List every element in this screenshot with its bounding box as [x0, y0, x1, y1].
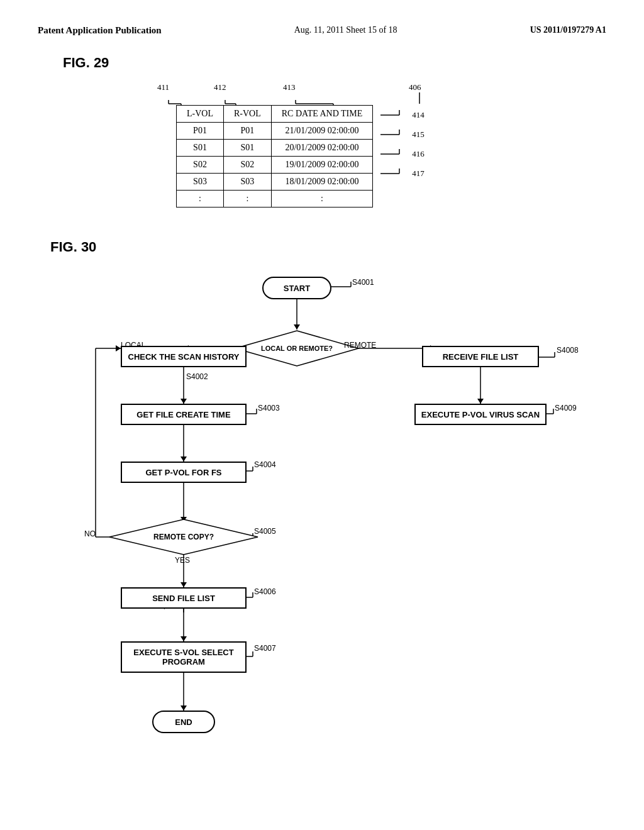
col-lvol: L-VOL	[177, 106, 224, 123]
ref-417-line	[380, 167, 412, 180]
cell-datetime: 20/01/2009 02:00:00	[271, 140, 372, 157]
svg-marker-43	[180, 636, 187, 641]
svg-marker-26	[180, 399, 187, 404]
cell-rvol: P01	[224, 123, 272, 140]
receive-file-list-box: RECEIVE FILE LIST	[422, 346, 539, 367]
s4002-label: S4002	[186, 372, 208, 381]
end-node: END	[152, 711, 215, 733]
cell-rvol: S02	[224, 157, 272, 174]
remote-copy-diamond: REMOTE COPY?	[108, 518, 259, 556]
ref-415: 415	[412, 130, 425, 140]
cell-datetime: 18/01/2009 02:00:00	[271, 174, 372, 191]
fig29-table: L-VOL R-VOL RC DATE AND TIME P01 P01 21/…	[176, 105, 373, 208]
table-row: S02 S02 19/01/2009 02:00:00	[177, 157, 373, 174]
check-scan-history-box: CHECK THE SCAN HISTORY	[121, 346, 247, 367]
no-label: NO	[84, 529, 96, 538]
execute-svol-label: EXECUTE S-VOL SELECT PROGRAM	[133, 648, 233, 667]
ref-414: 414	[412, 110, 425, 120]
ref-417-row: 417	[380, 163, 425, 183]
ref-416: 416	[412, 149, 425, 159]
cell-lvol: S03	[177, 174, 224, 191]
page-header: Patent Application Publication Aug. 11, …	[38, 25, 606, 36]
ref-415-row: 415	[380, 124, 425, 144]
s4006-label: S4006	[254, 587, 276, 596]
receive-file-label: RECEIVE FILE LIST	[443, 352, 519, 362]
svg-marker-30	[180, 456, 187, 462]
table-row: : : :	[177, 191, 373, 208]
s4003-label: S4003	[258, 404, 280, 412]
start-label: START	[284, 284, 310, 293]
get-pvol-label: GET P-VOL FOR FS	[145, 468, 221, 477]
cell-lvol: S01	[177, 140, 224, 157]
cell-datetime: 21/01/2009 02:00:00	[271, 123, 372, 140]
ref-416-line	[380, 148, 412, 160]
end-label: END	[175, 717, 192, 727]
s4007-label: S4007	[254, 644, 276, 653]
fig30-label: FIG. 30	[50, 239, 606, 255]
svg-marker-45	[180, 706, 187, 711]
get-file-create-time-box: GET FILE CREATE TIME	[121, 404, 247, 425]
get-file-create-label: GET FILE CREATE TIME	[136, 410, 230, 419]
send-file-label: SEND FILE LIST	[152, 594, 215, 603]
header-right: US 2011/0197279 A1	[530, 25, 606, 35]
check-scan-label: CHECK THE SCAN HISTORY	[128, 352, 240, 362]
cell-rvol: :	[224, 191, 272, 208]
col-rvol: R-VOL	[224, 106, 272, 123]
cell-datetime: :	[271, 191, 372, 208]
get-pvol-fs-box: GET P-VOL FOR FS	[121, 462, 247, 483]
execute-svol-box: EXECUTE S-VOL SELECT PROGRAM	[121, 641, 247, 673]
cell-lvol: S02	[177, 157, 224, 174]
svg-marker-38	[180, 582, 187, 587]
svg-marker-20	[294, 324, 300, 329]
fig29-label: FIG. 29	[63, 55, 606, 71]
fig30-section: FIG. 30	[38, 239, 606, 795]
ref-415-line	[380, 128, 412, 141]
local-or-remote-diamond: LOCAL OR REMOTE?	[234, 329, 360, 367]
cell-rvol: S01	[224, 140, 272, 157]
svg-marker-28	[477, 399, 484, 404]
ref-brackets-svg	[138, 82, 440, 105]
table-row: P01 P01 21/01/2009 02:00:00	[177, 123, 373, 140]
flowchart: START S4001 LOCAL OR REMOTE? LOCAL REMOT…	[58, 267, 599, 795]
table-row: S03 S03 18/01/2009 02:00:00	[177, 174, 373, 191]
cell-lvol: :	[177, 191, 224, 208]
header-left: Patent Application Publication	[38, 25, 162, 36]
ref-417: 417	[412, 169, 425, 179]
cell-lvol: P01	[177, 123, 224, 140]
header-center: Aug. 11, 2011 Sheet 15 of 18	[294, 25, 397, 35]
yes-label: YES	[175, 556, 190, 565]
s4004-label: S4004	[254, 460, 276, 469]
s4001-label: S4001	[352, 278, 374, 287]
ref-414-line	[380, 109, 412, 121]
table-row: S01 S01 20/01/2009 02:00:00	[177, 140, 373, 157]
row-refs: 414 415 416	[380, 105, 425, 183]
start-node: START	[262, 277, 331, 299]
remote-arrow-label: REMOTE	[344, 341, 376, 350]
s4008-label: S4008	[557, 346, 579, 355]
cell-datetime: 19/01/2009 02:00:00	[271, 157, 372, 174]
remote-copy-text: REMOTE COPY?	[153, 533, 214, 541]
execute-pvol-label: EXECUTE P-VOL VIRUS SCAN	[421, 410, 540, 419]
local-or-remote-text: LOCAL OR REMOTE?	[261, 345, 333, 352]
execute-pvol-box: EXECUTE P-VOL VIRUS SCAN	[414, 404, 547, 425]
col-datetime: RC DATE AND TIME	[271, 106, 372, 123]
ref-416-row: 416	[380, 144, 425, 163]
fig29-section: FIG. 29 411 412 413 406	[38, 55, 606, 208]
send-file-list-box: SEND FILE LIST	[121, 587, 247, 609]
cell-rvol: S03	[224, 174, 272, 191]
page: Patent Application Publication Aug. 11, …	[0, 0, 644, 830]
s4009-label: S4009	[555, 404, 577, 412]
ref-414-row: 414	[380, 105, 425, 124]
svg-marker-36	[116, 345, 121, 351]
